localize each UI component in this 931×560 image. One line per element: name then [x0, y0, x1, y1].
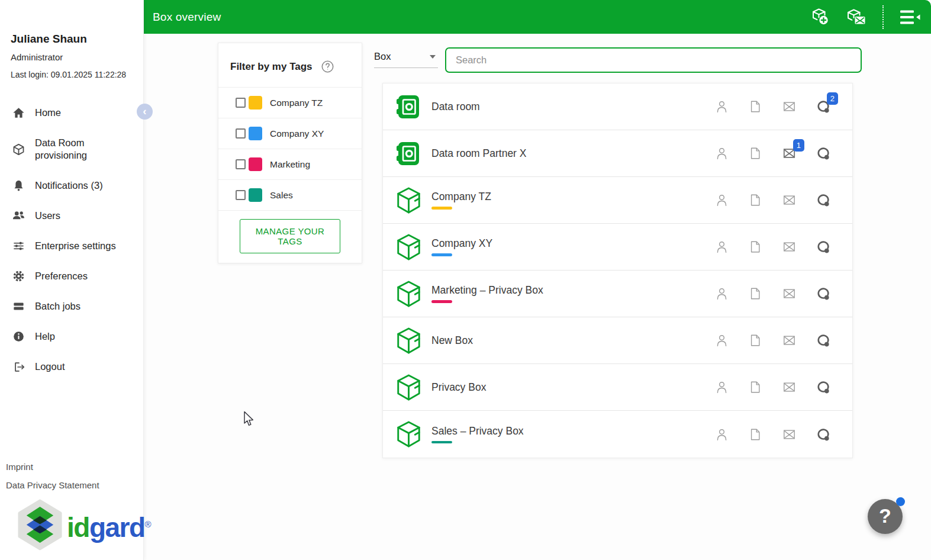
- sidebar-item-enterprise-settings[interactable]: Enterprise settings: [0, 231, 143, 261]
- sidebar-item-home[interactable]: Home: [0, 98, 143, 128]
- files-document-icon[interactable]: [748, 192, 763, 208]
- sidebar-item-batch-jobs[interactable]: Batch jobs: [0, 291, 143, 321]
- comments-chat-icon[interactable]: [815, 379, 830, 395]
- box-name: Data room Partner X: [431, 147, 526, 160]
- sidebar-item-logout[interactable]: Logout: [0, 352, 143, 382]
- comments-chat-icon[interactable]: [815, 239, 830, 255]
- box-cube-icon: [395, 327, 421, 355]
- messages-mail-icon[interactable]: [781, 286, 797, 301]
- tag-label: Company XY: [270, 128, 324, 139]
- messages-mail-icon[interactable]: [781, 239, 797, 255]
- sidebar-item-label: Notifications (3): [35, 179, 103, 192]
- tag-checkbox[interactable]: [236, 159, 246, 169]
- sidebar-item-users[interactable]: Users: [0, 201, 143, 231]
- sidebar-item-notifications-3[interactable]: Notifications (3): [0, 170, 143, 201]
- sidebar-item-label: Data Room provisioning: [35, 137, 138, 162]
- tag-checkbox[interactable]: [236, 128, 246, 139]
- files-document-icon[interactable]: [748, 239, 763, 255]
- data-privacy-statement-link[interactable]: Data Privacy Statement: [2, 476, 138, 494]
- files-document-icon[interactable]: [748, 99, 763, 114]
- members-user-icon[interactable]: [714, 192, 729, 208]
- files-document-icon[interactable]: [748, 146, 763, 161]
- imprint-link[interactable]: Imprint: [2, 458, 138, 476]
- comments-chat-icon[interactable]: [815, 286, 830, 301]
- manage-tags-button[interactable]: MANAGE YOUR TAGS: [240, 219, 340, 253]
- box-tag-bar: [431, 207, 452, 210]
- sidebar-item-help[interactable]: Help: [0, 321, 143, 352]
- members-user-icon[interactable]: [714, 379, 729, 395]
- tag-checkbox[interactable]: [236, 98, 246, 108]
- box-mail-button[interactable]: [846, 8, 866, 26]
- sidebar-nav: Home Data Room provisioning Notification…: [0, 98, 143, 382]
- messages-mail-icon[interactable]: [781, 333, 797, 348]
- messages-mail-icon[interactable]: 1: [781, 146, 797, 161]
- messages-mail-icon[interactable]: [781, 99, 797, 114]
- box-row[interactable]: Company TZ: [383, 177, 852, 224]
- box-name-wrap: Data room Partner X: [431, 147, 526, 160]
- tag-color-swatch: [249, 188, 262, 202]
- messages-mail-icon[interactable]: [781, 192, 797, 208]
- files-document-icon[interactable]: [748, 379, 763, 395]
- members-user-icon[interactable]: [714, 427, 729, 442]
- tag-label: Marketing: [270, 159, 310, 170]
- box-name-wrap: Company TZ: [431, 191, 491, 210]
- box-row[interactable]: Privacy Box: [383, 364, 852, 411]
- help-fab-button[interactable]: ?: [868, 499, 903, 534]
- add-box-icon: [811, 8, 830, 26]
- files-document-icon[interactable]: [748, 427, 763, 442]
- files-document-icon[interactable]: [748, 286, 763, 301]
- box-row[interactable]: Data room 2: [383, 83, 852, 130]
- files-document-icon[interactable]: [748, 333, 763, 348]
- idgard-logo-icon: [17, 499, 63, 553]
- search-input[interactable]: [446, 49, 861, 72]
- comments-chat-icon[interactable]: [815, 192, 830, 208]
- box-row-actions: [714, 286, 830, 301]
- tag-color-swatch: [249, 157, 262, 171]
- box-row[interactable]: Company XY: [383, 224, 852, 271]
- chevron-down-icon: [430, 55, 436, 59]
- members-user-icon[interactable]: [714, 239, 729, 255]
- box-tag-bar: [431, 253, 452, 256]
- box-name: Sales – Privacy Box: [431, 425, 524, 437]
- sidebar-item-preferences[interactable]: Preferences: [0, 261, 143, 291]
- question-circle-icon[interactable]: [321, 60, 334, 73]
- page-title: Box overview: [144, 11, 221, 24]
- menu-button[interactable]: [900, 9, 920, 25]
- messages-mail-icon[interactable]: [781, 379, 797, 395]
- chevron-left-icon: ‹: [143, 105, 146, 117]
- box-row[interactable]: New Box: [383, 317, 852, 364]
- box-name: Company TZ: [431, 191, 491, 203]
- tag-checkbox[interactable]: [236, 190, 246, 200]
- box-row[interactable]: Sales – Privacy Box: [383, 411, 852, 458]
- box-name-wrap: Data room: [431, 101, 480, 113]
- box-name-wrap: Privacy Box: [431, 381, 486, 394]
- notification-badge: 1: [793, 139, 804, 152]
- members-user-icon[interactable]: [714, 146, 729, 161]
- sliders-icon: [12, 240, 25, 252]
- box-name-wrap: Company XY: [431, 237, 492, 256]
- messages-mail-icon[interactable]: [781, 427, 797, 442]
- members-user-icon[interactable]: [714, 286, 729, 301]
- sidebar-item-data-room-provisioning[interactable]: Data Room provisioning: [0, 128, 143, 170]
- box-row[interactable]: Data room Partner X 1: [383, 130, 852, 177]
- comments-chat-icon[interactable]: [815, 333, 830, 348]
- members-user-icon[interactable]: [714, 99, 729, 114]
- box-type-select[interactable]: Box: [374, 46, 438, 68]
- sidebar-item-label: Home: [35, 107, 61, 119]
- info-icon: [12, 330, 25, 343]
- user-role: Administrator: [11, 52, 135, 62]
- users-icon: [12, 210, 25, 222]
- sidebar-collapse-button[interactable]: ‹: [137, 104, 153, 120]
- comments-chat-icon[interactable]: 2: [815, 99, 830, 114]
- comments-chat-icon[interactable]: [815, 427, 830, 442]
- box-name-wrap: New Box: [431, 334, 473, 347]
- box-name-wrap: Marketing – Privacy Box: [431, 284, 543, 303]
- tag-color-swatch: [249, 96, 262, 110]
- sidebar-item-label: Preferences: [35, 270, 88, 282]
- box-row[interactable]: Marketing – Privacy Box: [383, 271, 852, 317]
- comments-chat-icon[interactable]: [815, 146, 830, 161]
- cube-icon: [12, 143, 25, 156]
- sidebar-item-label: Help: [35, 330, 55, 343]
- add-box-button[interactable]: [811, 8, 830, 26]
- members-user-icon[interactable]: [714, 333, 729, 348]
